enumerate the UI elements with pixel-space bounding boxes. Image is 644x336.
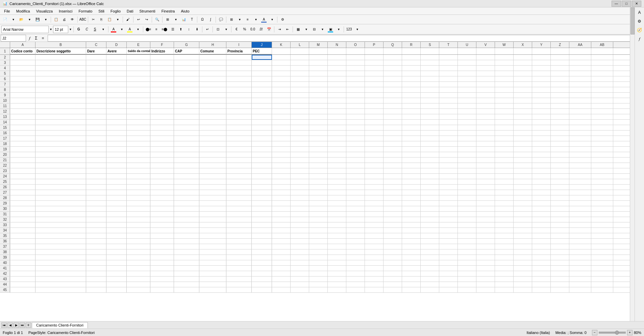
cell[interactable] bbox=[402, 222, 421, 227]
cell[interactable] bbox=[106, 190, 127, 195]
cell[interactable] bbox=[569, 266, 591, 271]
cell[interactable] bbox=[365, 141, 383, 146]
cell[interactable] bbox=[439, 163, 458, 168]
cell[interactable] bbox=[458, 125, 476, 130]
cell[interactable] bbox=[106, 163, 127, 168]
cell[interactable] bbox=[328, 195, 346, 200]
cell[interactable] bbox=[272, 87, 291, 92]
preview-button[interactable]: 👁 bbox=[69, 16, 76, 23]
cell[interactable] bbox=[86, 239, 106, 244]
cell[interactable] bbox=[150, 93, 174, 98]
cell[interactable] bbox=[252, 76, 272, 81]
cell[interactable] bbox=[551, 179, 569, 184]
cell[interactable] bbox=[591, 206, 613, 211]
cell[interactable] bbox=[383, 130, 402, 136]
cell-z2[interactable] bbox=[551, 55, 569, 60]
cell[interactable] bbox=[86, 87, 106, 92]
cell[interactable] bbox=[252, 71, 272, 76]
cell[interactable] bbox=[226, 103, 252, 109]
cell[interactable] bbox=[106, 158, 127, 163]
cell[interactable] bbox=[309, 244, 328, 249]
cell[interactable] bbox=[514, 87, 532, 92]
cell[interactable] bbox=[402, 174, 421, 179]
cell[interactable] bbox=[174, 228, 199, 233]
cell[interactable] bbox=[383, 217, 402, 222]
cell[interactable] bbox=[150, 217, 174, 222]
cell[interactable] bbox=[127, 76, 150, 81]
cell[interactable] bbox=[495, 287, 514, 292]
cell[interactable] bbox=[328, 255, 346, 260]
cell[interactable] bbox=[421, 114, 439, 119]
cell[interactable] bbox=[291, 60, 309, 65]
cell[interactable] bbox=[252, 271, 272, 276]
cell[interactable] bbox=[532, 222, 551, 227]
cell[interactable] bbox=[346, 136, 365, 141]
cell[interactable] bbox=[591, 185, 613, 190]
cell[interactable] bbox=[402, 201, 421, 206]
cell[interactable] bbox=[35, 255, 86, 260]
cell[interactable] bbox=[346, 271, 365, 276]
cell-borders-button[interactable]: ▦ bbox=[294, 26, 302, 33]
cell-x1[interactable] bbox=[514, 48, 532, 54]
cell[interactable] bbox=[458, 136, 476, 141]
cell[interactable] bbox=[383, 60, 402, 65]
cell[interactable] bbox=[383, 233, 402, 238]
cell[interactable] bbox=[106, 185, 127, 190]
cell[interactable] bbox=[476, 93, 495, 98]
cell[interactable] bbox=[199, 271, 226, 276]
cell[interactable] bbox=[291, 147, 309, 152]
cell[interactable] bbox=[551, 98, 569, 103]
cell[interactable] bbox=[199, 103, 226, 109]
cell[interactable] bbox=[10, 66, 35, 71]
vertical-scrollbar[interactable] bbox=[630, 7, 635, 321]
cell[interactable] bbox=[346, 179, 365, 184]
cell[interactable] bbox=[291, 130, 309, 136]
cell[interactable] bbox=[551, 195, 569, 200]
cell[interactable] bbox=[127, 174, 150, 179]
cell[interactable] bbox=[86, 136, 106, 141]
cell[interactable] bbox=[569, 195, 591, 200]
cell[interactable] bbox=[106, 147, 127, 152]
cell[interactable] bbox=[551, 266, 569, 271]
cell[interactable] bbox=[569, 239, 591, 244]
cell[interactable] bbox=[569, 93, 591, 98]
cell[interactable] bbox=[199, 60, 226, 65]
cell[interactable] bbox=[591, 217, 613, 222]
cell[interactable] bbox=[569, 287, 591, 292]
cell[interactable] bbox=[365, 266, 383, 271]
cell[interactable] bbox=[591, 71, 613, 76]
cell[interactable] bbox=[421, 163, 439, 168]
cell[interactable] bbox=[569, 163, 591, 168]
cell[interactable] bbox=[252, 152, 272, 157]
comment-button[interactable]: 💬 bbox=[217, 16, 225, 23]
cell[interactable] bbox=[309, 136, 328, 141]
cell[interactable] bbox=[346, 109, 365, 114]
cell[interactable] bbox=[252, 82, 272, 87]
cell[interactable] bbox=[495, 190, 514, 195]
redo-button[interactable]: ↪ bbox=[143, 16, 150, 23]
cell[interactable] bbox=[514, 114, 532, 119]
cell[interactable] bbox=[476, 206, 495, 211]
cell[interactable] bbox=[272, 217, 291, 222]
cell-b2[interactable] bbox=[35, 55, 86, 60]
cell[interactable] bbox=[174, 98, 199, 103]
cell[interactable] bbox=[421, 206, 439, 211]
cell[interactable] bbox=[402, 190, 421, 195]
cell[interactable] bbox=[291, 206, 309, 211]
cell[interactable] bbox=[476, 190, 495, 195]
cell-d1[interactable]: Avere bbox=[106, 48, 127, 54]
cell-y1[interactable] bbox=[532, 48, 551, 54]
cell[interactable] bbox=[532, 141, 551, 146]
cell[interactable] bbox=[421, 60, 439, 65]
find-button[interactable]: 🔍 bbox=[153, 16, 161, 23]
cell[interactable] bbox=[495, 125, 514, 130]
cell[interactable] bbox=[127, 98, 150, 103]
cell[interactable] bbox=[10, 158, 35, 163]
cell[interactable] bbox=[328, 287, 346, 292]
cell-r2[interactable] bbox=[402, 55, 421, 60]
cell[interactable] bbox=[35, 271, 86, 276]
cell-p2[interactable] bbox=[365, 55, 383, 60]
cell[interactable] bbox=[383, 152, 402, 157]
cell[interactable] bbox=[226, 152, 252, 157]
cell[interactable] bbox=[383, 103, 402, 109]
